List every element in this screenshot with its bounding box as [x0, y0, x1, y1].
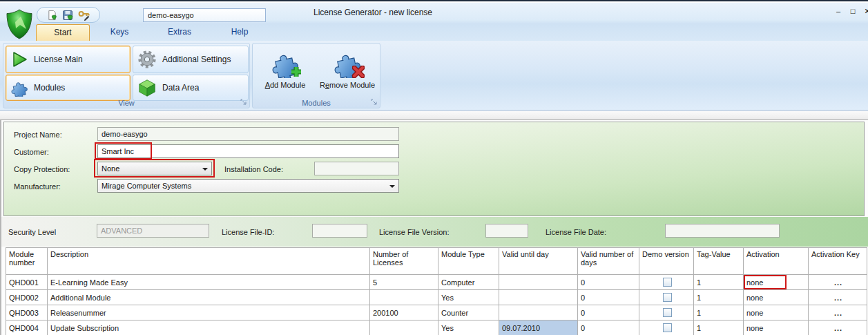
tab-extras[interactable]: Extras [153, 24, 206, 41]
cell-licenses[interactable] [370, 320, 438, 335]
cell-licenses[interactable]: 200100 [370, 305, 438, 320]
cell-activation-key[interactable]: ... [809, 305, 867, 320]
remove-x-icon [352, 66, 365, 79]
manufacturer-dropdown[interactable]: Mirage Computer Systems [97, 179, 399, 193]
cell-licenses[interactable] [370, 290, 438, 305]
table-row: QHD004 Update Subscription Yes 09.07.201… [6, 320, 867, 335]
cell-module-number[interactable]: QHD001 [6, 275, 48, 290]
cell-tag-value[interactable]: 1 [694, 320, 744, 335]
keys-icon[interactable] [78, 10, 90, 21]
cell-demo-version [639, 275, 694, 290]
cell-tag-value[interactable]: 1 [694, 290, 744, 305]
project-name-label: Project Name: [14, 131, 62, 139]
cell-module-type[interactable]: Yes [438, 290, 499, 305]
cell-description[interactable]: Additional Module [48, 290, 370, 305]
manufacturer-label: Manufacturer: [14, 182, 61, 191]
license-file-id-field[interactable] [312, 224, 367, 238]
cell-description[interactable]: E-Learning Made Easy [48, 275, 370, 290]
new-license-icon[interactable] [47, 10, 57, 21]
license-main-label: License Main [34, 55, 83, 64]
demo-version-checkbox[interactable] [663, 293, 672, 302]
demo-version-checkbox[interactable] [663, 278, 672, 287]
cell-demo-version [639, 305, 694, 320]
customer-field[interactable]: Smart Inc [97, 144, 399, 158]
cell-valid-days[interactable]: 0 [578, 275, 639, 290]
tab-keys[interactable]: Keys [97, 24, 142, 41]
installation-code-field[interactable] [314, 162, 399, 175]
table-row: QHD003 Releasenummer 200100 Counter 0 1 … [6, 305, 867, 320]
col-module-type: Module Type [438, 248, 499, 275]
col-description: Description [48, 248, 370, 275]
add-module-label: Add Module [265, 81, 306, 89]
cell-activation[interactable]: none [744, 320, 809, 335]
data-area-label: Data Area [162, 83, 199, 93]
window-controls: – □ ✕ [833, 6, 868, 16]
cell-module-number[interactable]: QHD003 [6, 305, 48, 320]
chevron-down-icon [389, 185, 395, 188]
cell-activation-key[interactable]: ... [809, 290, 867, 305]
cell-valid-until[interactable] [499, 275, 578, 290]
cell-description[interactable]: Releasenummer [48, 305, 370, 320]
cell-activation-key[interactable]: ... [809, 275, 867, 290]
col-activation-key: Activation Key [809, 248, 867, 275]
cell-module-number[interactable]: QHD004 [6, 320, 48, 335]
cell-activation[interactable]: none [744, 290, 809, 305]
minimize-button[interactable]: – [833, 6, 843, 16]
copy-protection-dropdown[interactable]: None [97, 162, 212, 175]
dialog-launcher-icon[interactable] [240, 99, 247, 106]
tab-help[interactable]: Help [215, 24, 264, 41]
license-file-version-field[interactable] [485, 224, 528, 238]
cell-valid-until[interactable]: 09.07.2010 [499, 320, 578, 335]
license-main-button[interactable]: License Main [6, 46, 131, 73]
installation-code-label: Installation Code: [224, 165, 283, 173]
remove-module-label: Remove Module [320, 81, 375, 89]
cell-licenses[interactable]: 5 [370, 275, 438, 290]
remove-module-button[interactable]: Remove Module [317, 45, 378, 98]
security-level-field: ADVANCED [97, 224, 209, 238]
cell-module-type[interactable]: Yes [438, 320, 499, 335]
cell-module-type[interactable]: Computer [438, 275, 499, 290]
modules-view-button[interactable]: Modules [6, 75, 131, 101]
cell-description[interactable]: Update Subscription [48, 320, 370, 335]
cell-demo-version [639, 320, 694, 335]
cell-valid-until[interactable] [499, 290, 578, 305]
window-title: License Generator - new license [228, 8, 518, 17]
project-name-quick-box[interactable]: demo-easygo [143, 8, 266, 22]
maximize-button[interactable]: □ [848, 6, 858, 16]
title-bar: License Generator - new license – □ ✕ [0, 3, 868, 41]
cell-valid-days[interactable]: 0 [578, 290, 639, 305]
project-name-field[interactable]: demo-easygo [97, 127, 399, 141]
cell-module-type[interactable]: Counter [438, 305, 499, 320]
cell-activation[interactable]: none [744, 305, 809, 320]
additional-settings-button[interactable]: Additional Settings [133, 46, 249, 73]
dialog-launcher-icon[interactable] [371, 99, 378, 106]
group-caption-modules: Modules [253, 99, 380, 107]
table-row: QHD002 Additional Module Yes 0 1 none ..… [6, 290, 867, 305]
col-demo-version: Demo version [639, 248, 694, 275]
ribbon: License Main Additional Settings Modules [0, 41, 868, 111]
data-area-button[interactable]: Data Area [133, 75, 249, 101]
additional-settings-label: Additional Settings [162, 55, 231, 64]
cell-valid-until[interactable] [499, 305, 578, 320]
cell-activation-key[interactable]: ... [809, 320, 867, 335]
cell-activation[interactable]: none [744, 275, 809, 290]
manufacturer-value: Mirage Computer Systems [102, 182, 191, 190]
demo-version-checkbox[interactable] [663, 323, 672, 332]
copy-protection-label: Copy Protection: [14, 165, 70, 173]
cell-tag-value[interactable]: 1 [694, 305, 744, 320]
cell-tag-value[interactable]: 1 [694, 275, 744, 290]
cell-valid-days[interactable]: 0 [578, 305, 639, 320]
chevron-down-icon [202, 168, 208, 171]
add-module-button[interactable]: Add Module [255, 45, 316, 98]
cell-valid-days[interactable]: 0 [578, 320, 639, 335]
save-license-icon[interactable] [62, 10, 73, 21]
demo-version-checkbox[interactable] [663, 308, 672, 317]
copy-protection-value: None [102, 164, 119, 173]
cell-module-number[interactable]: QHD002 [6, 290, 48, 305]
cell-demo-version [639, 290, 694, 305]
license-file-date-field[interactable] [665, 224, 780, 238]
plus-icon [290, 66, 302, 79]
col-activation: Activation [744, 248, 809, 275]
close-button[interactable]: ✕ [862, 6, 868, 16]
tab-start[interactable]: Start [36, 24, 90, 41]
